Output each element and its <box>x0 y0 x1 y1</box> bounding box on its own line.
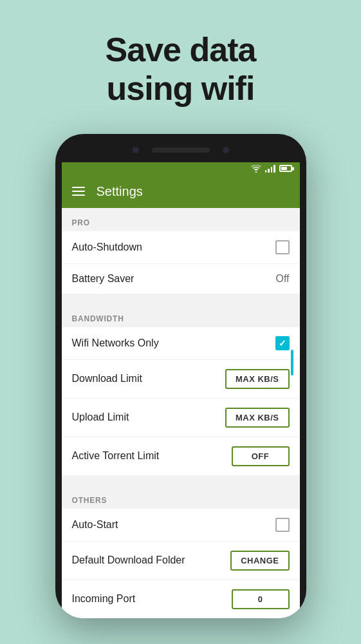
settings-item-download-limit: Download Limit MAX KB/S <box>62 360 300 399</box>
default-download-folder-label: Default Download Folder <box>72 554 185 566</box>
hero-line2: using wifi <box>106 70 256 108</box>
hero-section: Save data using wifi <box>106 31 256 108</box>
settings-group-pro: Auto-Shutdown Battery Saver Off <box>62 231 300 294</box>
wifi-networks-only-checkbox[interactable] <box>275 336 290 350</box>
divider-1 <box>62 294 300 304</box>
app-bar-title: Settings <box>97 184 143 199</box>
active-torrent-limit-button[interactable]: OFF <box>232 446 290 466</box>
download-limit-button[interactable]: MAX KB/S <box>225 369 290 389</box>
section-header-bandwidth: BANDWIDTH <box>62 304 300 327</box>
settings-group-bandwidth: Wifi Networks Only Download Limit MAX KB… <box>62 327 300 475</box>
battery-saver-label: Battery Saver <box>72 273 134 285</box>
screen-content: PRO Auto-Shutdown Battery Saver Off BAND… <box>62 208 300 618</box>
settings-item-battery-saver[interactable]: Battery Saver Off <box>62 264 300 294</box>
status-icons <box>251 165 292 173</box>
menu-icon[interactable] <box>72 187 85 196</box>
settings-item-incoming-port: Incoming Port 0 <box>62 580 300 618</box>
status-bar <box>62 162 300 175</box>
auto-start-label: Auto-Start <box>72 519 118 531</box>
incoming-port-button[interactable]: 0 <box>232 589 290 609</box>
settings-group-others: Auto-Start Default Download Folder CHANG… <box>62 509 300 618</box>
section-others: OTHERS Auto-Start Default Download Folde… <box>62 486 300 618</box>
wifi-icon <box>251 165 261 173</box>
phone-cameras <box>133 147 229 153</box>
app-bar: Settings <box>62 175 300 208</box>
auto-start-checkbox[interactable] <box>275 518 290 532</box>
signal-icon <box>265 165 275 173</box>
auto-shutdown-checkbox[interactable] <box>275 240 290 254</box>
wifi-networks-only-label: Wifi Networks Only <box>72 337 159 349</box>
settings-item-wifi-networks-only: Wifi Networks Only <box>62 327 300 360</box>
camera-right <box>223 147 229 153</box>
section-pro: PRO Auto-Shutdown Battery Saver Off <box>62 208 300 294</box>
phone-speaker <box>152 147 210 153</box>
active-torrent-limit-label: Active Torrent Limit <box>72 450 160 462</box>
settings-item-auto-start: Auto-Start <box>62 509 300 542</box>
divider-2 <box>62 475 300 486</box>
auto-shutdown-label: Auto-Shutdown <box>72 242 142 253</box>
default-download-folder-button[interactable]: CHANGE <box>230 551 289 571</box>
download-limit-label: Download Limit <box>72 373 142 384</box>
settings-item-default-download-folder: Default Download Folder CHANGE <box>62 542 300 580</box>
incoming-port-label: Incoming Port <box>72 593 136 605</box>
settings-item-upload-limit: Upload Limit MAX KB/S <box>62 399 300 437</box>
phone-top <box>62 144 300 162</box>
settings-item-active-torrent-limit: Active Torrent Limit OFF <box>62 437 300 475</box>
section-bandwidth: BANDWIDTH Wifi Networks Only Download Li… <box>62 304 300 475</box>
hero-line1: Save data <box>106 31 256 70</box>
section-header-others: OTHERS <box>62 486 300 509</box>
settings-item-auto-shutdown: Auto-Shutdown <box>62 231 300 264</box>
battery-icon <box>279 165 292 172</box>
battery-saver-value: Off <box>275 273 289 285</box>
upload-limit-label: Upload Limit <box>72 412 129 423</box>
section-header-pro: PRO <box>62 208 300 231</box>
upload-limit-button[interactable]: MAX KB/S <box>225 408 290 428</box>
scroll-indicator[interactable] <box>291 350 293 375</box>
phone-frame: Settings PRO Auto-Shutdown Battery Saver… <box>55 134 306 618</box>
camera-left <box>133 147 139 153</box>
